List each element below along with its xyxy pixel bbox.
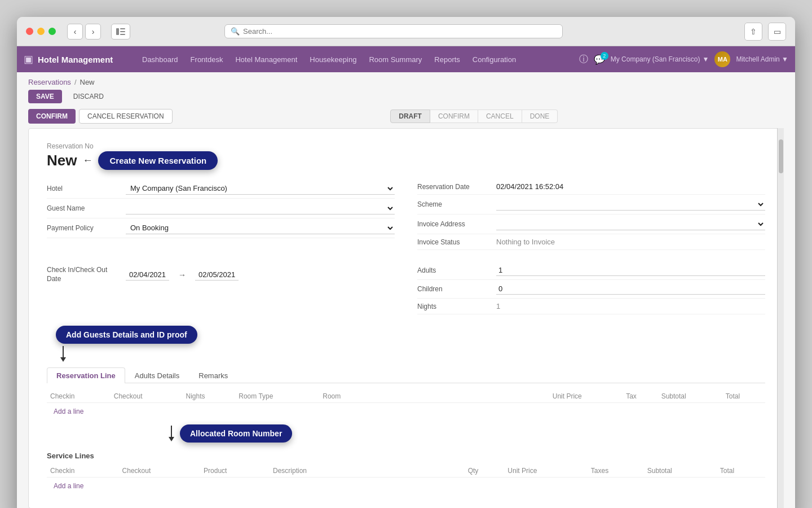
add-service-line-button[interactable]: Add a line	[50, 480, 87, 492]
app-navbar: ▣ Hotel Management Dashboard Frontdesk H…	[17, 46, 795, 72]
app-window: ‹ › 🔍 ⇧ ▭ ▣ Hotel Management Dashboard	[17, 17, 795, 508]
hotel-label: Hotel	[47, 185, 120, 192]
scheme-select[interactable]	[496, 198, 765, 211]
guest-name-select[interactable]	[126, 202, 395, 214]
minimize-button[interactable]	[37, 28, 45, 35]
grid-icon[interactable]: ▣	[24, 53, 33, 65]
nights-row: Nights 1	[417, 299, 765, 314]
new-window-button[interactable]: ▭	[768, 23, 786, 41]
children-input[interactable]	[496, 283, 765, 295]
tab-adults-details[interactable]: Adults Details	[125, 367, 189, 383]
reservation-date-label: Reservation Date	[417, 183, 491, 191]
nights-value: 1	[496, 302, 765, 310]
status-done[interactable]: DONE	[522, 110, 558, 123]
svg-rect-1	[120, 28, 125, 29]
share-button[interactable]: ⇧	[744, 23, 762, 41]
svc-col-description: Description	[270, 465, 465, 478]
invoice-status-label: Invoice Status	[417, 238, 491, 246]
room-arrow-head	[169, 437, 174, 441]
date-arrow-icon: →	[178, 270, 186, 279]
col-total: Total	[722, 390, 765, 403]
nav-reports[interactable]: Reports	[429, 53, 466, 66]
form-scroll-container: Reservation No New ← Create New Reservat…	[17, 128, 795, 508]
breadcrumb-parent-link[interactable]: Reservations	[28, 78, 71, 86]
user-name[interactable]: Mitchell Admin ▼	[736, 55, 788, 63]
service-lines-title: Service Lines	[47, 452, 765, 460]
notification-badge-container: 💬 2	[594, 54, 605, 65]
status-cancel[interactable]: CANCEL	[478, 110, 522, 123]
room-tooltip-row: Allocated Room Number	[160, 424, 765, 443]
user-name-text: Mitchell Admin	[736, 55, 779, 63]
col-nights: Nights	[183, 390, 236, 403]
user-avatar[interactable]: MA	[714, 51, 730, 67]
nav-housekeeping[interactable]: Housekeeping	[304, 53, 362, 66]
hotel-row: Hotel My Company (San Francisco)	[47, 179, 395, 199]
titlebar: ‹ › 🔍 ⇧ ▭	[17, 17, 795, 46]
breadcrumb-current: New	[80, 78, 95, 86]
add-reservation-line-button[interactable]: Add a line	[50, 405, 87, 418]
svc-col-checkout: Checkout	[119, 465, 200, 478]
forward-button[interactable]: ›	[85, 24, 101, 40]
help-icon[interactable]: ⓘ	[579, 54, 588, 65]
scrollbar-thumb[interactable]	[779, 139, 783, 173]
tab-remarks[interactable]: Remarks	[189, 367, 237, 383]
address-input[interactable]	[243, 27, 557, 36]
service-lines-header-row: Checkin Checkout Product Description Qty…	[47, 465, 765, 478]
svg-rect-3	[120, 34, 125, 35]
children-label: Children	[417, 285, 491, 293]
col-room-type: Room Type	[235, 390, 319, 403]
scrollbar-track[interactable]	[777, 128, 784, 508]
payment-policy-select[interactable]: On Booking	[126, 222, 395, 234]
children-row: Children	[417, 280, 765, 299]
service-lines-header: Checkin Checkout Product Description Qty…	[47, 465, 765, 478]
hotel-select[interactable]: My Company (San Francisco)	[126, 182, 395, 195]
nav-room-summary[interactable]: Room Summary	[363, 53, 427, 66]
save-button[interactable]: SAVE	[28, 90, 62, 103]
reservation-no: New	[47, 152, 77, 169]
content-area: Reservations / New SAVE DISCARD CONFIRM …	[17, 72, 795, 508]
address-bar[interactable]: 🔍	[224, 24, 563, 38]
room-number-tooltip: Allocated Room Number	[180, 424, 292, 443]
dates-column: Check In/Check OutDate 02/04/2021 → 02/0…	[47, 261, 395, 314]
status-pipeline: DRAFT CONFIRM CANCEL DONE	[390, 110, 558, 123]
form-right-column: Reservation Date 02/04/2021 16:52:04 Sch…	[417, 179, 765, 250]
checkin-date[interactable]: 02/04/2021	[126, 269, 169, 281]
dates-guests-grid: Check In/Check OutDate 02/04/2021 → 02/0…	[47, 261, 765, 314]
nav-dashboard[interactable]: Dashboard	[136, 53, 184, 66]
tab-reservation-line[interactable]: Reservation Line	[47, 367, 125, 383]
back-button[interactable]: ‹	[67, 24, 83, 40]
status-draft[interactable]: DRAFT	[390, 110, 430, 123]
company-selector[interactable]: My Company (San Francisco) ▼	[611, 55, 709, 63]
checkin-checkout-label: Check In/Check OutDate	[47, 266, 120, 283]
maximize-button[interactable]	[48, 28, 56, 35]
guests-arrow-container: Add Guests Details and ID proof	[47, 326, 197, 362]
svc-col-product: Product	[200, 465, 270, 478]
form-left-column: Hotel My Company (San Francisco) Guest N…	[47, 179, 395, 250]
sidebar-toggle-button[interactable]	[111, 24, 130, 40]
nav-frontdesk[interactable]: Frontdesk	[185, 53, 229, 66]
user-chevron-icon: ▼	[782, 55, 788, 63]
room-arrow-line	[171, 426, 172, 437]
tabs-bar: Reservation Line Adults Details Remarks	[47, 367, 765, 383]
cancel-reservation-button[interactable]: CANCEL RESERVATION	[79, 109, 173, 124]
traffic-lights	[26, 28, 56, 35]
svc-add-line-cell: Add a line	[47, 478, 765, 495]
guests-column: Adults Children Nights 1	[417, 261, 765, 314]
action-row: SAVE DISCARD	[17, 86, 795, 107]
close-button[interactable]	[26, 28, 33, 35]
svc-col-unit-price: Unit Price	[504, 465, 588, 478]
add-guests-tooltip: Add Guests Details and ID proof	[56, 326, 197, 344]
checkout-date[interactable]: 02/05/2021	[195, 269, 239, 281]
reservation-date-value: 02/04/2021 16:52:04	[496, 182, 765, 191]
confirm-button[interactable]: CONFIRM	[28, 109, 76, 124]
search-icon: 🔍	[231, 27, 240, 36]
scheme-row: Scheme	[417, 195, 765, 214]
adults-input[interactable]	[496, 265, 765, 276]
status-confirm[interactable]: CONFIRM	[430, 110, 478, 123]
tooltip-arrow-head	[60, 357, 66, 362]
nav-hotel-management[interactable]: Hotel Management	[230, 53, 303, 66]
svc-col-total: Total	[717, 465, 765, 478]
discard-button[interactable]: DISCARD	[65, 90, 112, 103]
invoice-address-select[interactable]	[496, 218, 765, 230]
nav-configuration[interactable]: Configuration	[467, 53, 522, 66]
